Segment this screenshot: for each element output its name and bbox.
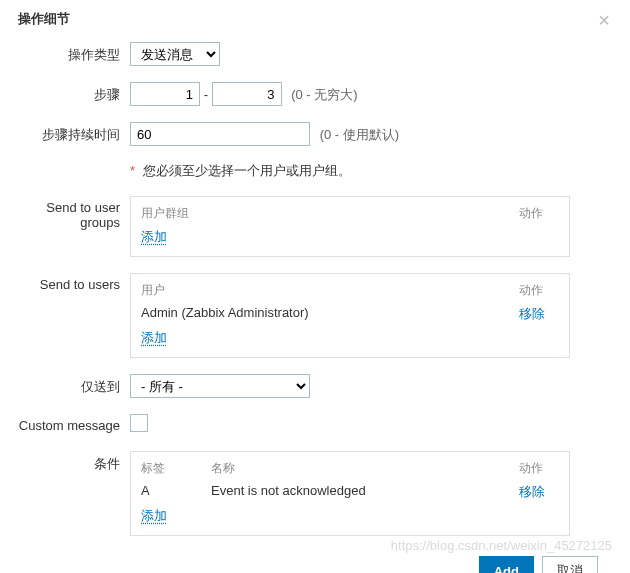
duration-hint: (0 - 使用默认) [320, 127, 399, 142]
col-action: 动作 [519, 282, 559, 299]
required-note: 您必须至少选择一个用户或用户组。 [143, 163, 351, 178]
users-table: 用户 动作 Admin (Zabbix Administrator) 移除 添加 [130, 273, 570, 358]
col-tag: 标签 [141, 460, 211, 477]
add-cond-link[interactable]: 添加 [141, 508, 167, 523]
close-icon[interactable]: × [598, 10, 610, 30]
col-group: 用户群组 [141, 205, 519, 222]
col-action: 动作 [519, 205, 559, 222]
user-name: Admin (Zabbix Administrator) [141, 305, 519, 323]
duration-label: 步骤持续时间 [10, 122, 130, 144]
op-type-label: 操作类型 [10, 42, 130, 64]
remove-cond-link[interactable]: 移除 [519, 484, 545, 499]
table-row: Admin (Zabbix Administrator) 移除 [141, 305, 559, 323]
op-type-select[interactable]: 发送消息 [130, 42, 220, 66]
send-users-label: Send to users [10, 273, 130, 292]
dialog-title: 操作细节 [18, 10, 70, 28]
add-button[interactable]: Add [479, 556, 534, 573]
dialog-footer: Add 取消 [10, 556, 610, 573]
steps-hint: (0 - 无穷大) [291, 87, 357, 102]
col-user: 用户 [141, 282, 519, 299]
col-action: 动作 [519, 460, 559, 477]
table-row: A Event is not acknowledged 移除 [141, 483, 559, 501]
cond-tag: A [141, 483, 211, 501]
cancel-button[interactable]: 取消 [542, 556, 598, 573]
add-user-link[interactable]: 添加 [141, 330, 167, 345]
col-name: 名称 [211, 460, 519, 477]
user-groups-table: 用户群组 动作 添加 [130, 196, 570, 257]
dialog-header: 操作细节 × [10, 10, 610, 30]
conditions-table: 标签 名称 动作 A Event is not acknowledged 移除 … [130, 451, 570, 536]
operation-details-dialog: 操作细节 × 操作类型 发送消息 步骤 - (0 - 无穷大) 步骤持续时间 (… [0, 0, 630, 573]
steps-dash: - [204, 87, 212, 102]
custom-msg-checkbox[interactable] [130, 414, 148, 432]
send-via-select[interactable]: - 所有 - [130, 374, 310, 398]
send-groups-label: Send to user groups [10, 196, 130, 230]
add-group-link[interactable]: 添加 [141, 229, 167, 244]
custom-msg-label: Custom message [10, 414, 130, 433]
conditions-label: 条件 [10, 451, 130, 473]
remove-user-link[interactable]: 移除 [519, 306, 545, 321]
send-via-label: 仅送到 [10, 374, 130, 396]
duration-input[interactable] [130, 122, 310, 146]
steps-label: 步骤 [10, 82, 130, 104]
steps-to-input[interactable] [212, 82, 282, 106]
required-asterisk: * [130, 163, 135, 178]
cond-name: Event is not acknowledged [211, 483, 519, 501]
steps-from-input[interactable] [130, 82, 200, 106]
